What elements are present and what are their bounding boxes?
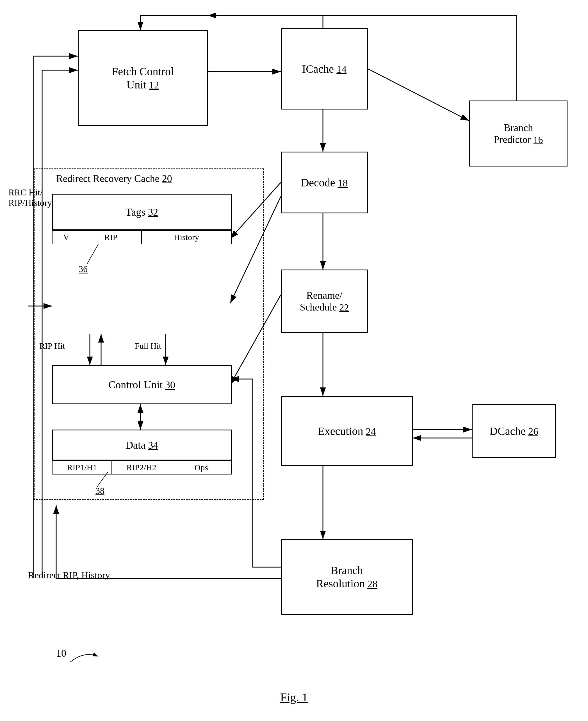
ref-10-label: 10: [56, 648, 66, 659]
dcache-ref: 26: [528, 426, 538, 437]
branch-predictor-box: Branch Predictor 16: [469, 101, 567, 167]
decode-box: Decode 18: [281, 152, 368, 213]
data-subtable: RIP1/H1 RIP2/H2 Ops: [52, 461, 232, 474]
execution-ref: 24: [366, 426, 376, 437]
fetch-control-unit-label: Fetch Control Unit: [112, 65, 174, 91]
rrc-hit-label: RRC Hit/ RIP/History: [8, 177, 52, 208]
ref36-line: [84, 244, 107, 270]
decode-label: Decode: [301, 176, 335, 189]
full-hit-label: Full Hit: [135, 341, 161, 351]
fetch-control-unit-box: Fetch Control Unit 12: [78, 30, 208, 126]
control-unit-label: Control Unit: [108, 379, 163, 390]
control-unit-box: Control Unit 30: [52, 365, 232, 404]
rename-schedule-box: Rename/ Schedule 22: [281, 270, 368, 333]
data-ref: 34: [148, 440, 158, 451]
v-cell: V: [52, 231, 80, 244]
dcache-box: DCache 26: [472, 404, 556, 458]
ops-cell: Ops: [171, 461, 231, 474]
execution-label: Execution: [318, 425, 363, 438]
branch-predictor-label: Branch Predictor: [494, 122, 533, 145]
tags-box: Tags 32: [52, 194, 232, 230]
control-unit-ref: 30: [165, 379, 175, 390]
diagram: Fetch Control Unit 12 ICache 14 Branch P…: [0, 0, 588, 721]
tags-label: Tags: [126, 206, 145, 218]
branch-resolution-box: Branch Resolution 28: [281, 539, 413, 615]
icache-box: ICache 14: [281, 28, 368, 109]
execution-box: Execution 24: [281, 396, 413, 466]
rename-schedule-ref: 22: [339, 302, 349, 313]
branch-resolution-ref: 28: [367, 578, 377, 590]
fig-label: Fig. 1: [280, 691, 308, 704]
rip-history-table: V RIP History: [52, 230, 232, 244]
ref10-arrow: [67, 648, 101, 665]
data-box: Data 34: [52, 429, 232, 461]
icache-ref: 14: [336, 64, 346, 75]
history-cell: History: [142, 231, 231, 244]
svg-line-23: [97, 472, 108, 487]
rip-cell: RIP: [80, 231, 142, 244]
dcache-label: DCache: [489, 425, 526, 438]
rip-hit-label: RIP Hit: [39, 341, 65, 351]
rename-schedule-label: Rename/ Schedule: [300, 290, 342, 313]
data-label: Data: [126, 439, 146, 451]
decode-ref: 18: [338, 177, 348, 189]
icache-label: ICache: [302, 63, 334, 75]
ref38-line: [93, 472, 115, 491]
svg-line-22: [87, 244, 98, 264]
rip2-cell: RIP2/H2: [112, 461, 172, 474]
fetch-control-unit-ref: 12: [149, 80, 159, 91]
branch-predictor-ref: 16: [533, 134, 543, 145]
branch-resolution-label: Branch Resolution: [316, 564, 365, 590]
rrc-label: Redirect Recovery Cache 20: [56, 173, 172, 185]
tags-ref: 32: [148, 207, 158, 218]
redirect-rip-label: Redirect RIP, History: [28, 570, 110, 580]
svg-line-7: [368, 69, 469, 121]
